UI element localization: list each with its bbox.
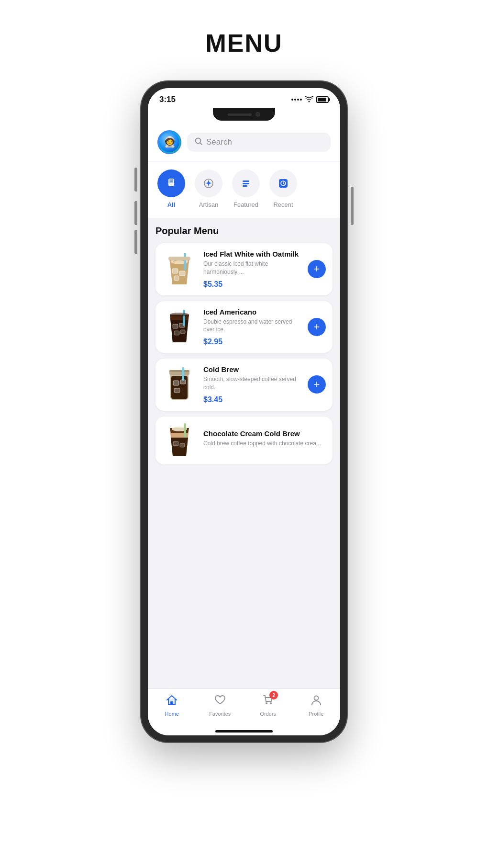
svg-rect-27 [183, 310, 185, 326]
add-button-1[interactable]: + [308, 260, 326, 278]
section-title-popular: Popular Menu [155, 225, 333, 237]
svg-point-47 [270, 702, 272, 704]
svg-rect-3 [169, 180, 173, 180]
notch [213, 108, 275, 121]
orders-badge: 2 [269, 691, 278, 699]
svg-rect-32 [169, 370, 189, 372]
menu-price-1: $5.35 [203, 280, 301, 289]
menu-img-cold-brew [162, 367, 197, 402]
nav-orders[interactable]: 2 Orders [254, 694, 282, 717]
notch-speaker [228, 113, 252, 116]
category-all[interactable]: All [157, 169, 185, 208]
menu-price-3: $3.45 [203, 395, 301, 404]
avatar-image: 🧑‍🚀 [159, 132, 179, 152]
svg-rect-7 [243, 183, 249, 184]
category-tabs: All Artisan [148, 162, 340, 218]
category-featured[interactable]: Featured [232, 169, 260, 208]
nav-favorites[interactable]: Favorites [206, 694, 234, 717]
menu-desc-4: Cold brew coffee topped with chocolate c… [203, 440, 326, 448]
search-placeholder-text: Search [206, 137, 232, 147]
svg-rect-30 [171, 376, 188, 399]
battery-icon [316, 96, 329, 103]
menu-img-americano [162, 310, 197, 344]
search-bar[interactable]: Search [187, 133, 331, 152]
nav-profile-label: Profile [309, 711, 323, 717]
bottom-nav: Home Favorites [148, 688, 340, 726]
menu-name-4: Chocolate Cream Cold Brew [203, 429, 326, 438]
svg-rect-17 [174, 276, 179, 281]
svg-rect-25 [174, 331, 179, 335]
phone-screen: 3:15 [148, 88, 340, 735]
home-icon [166, 694, 178, 709]
svg-rect-33 [173, 381, 179, 385]
svg-rect-18 [184, 253, 186, 270]
category-recent-icon [269, 169, 297, 197]
favorites-icon [214, 694, 226, 709]
svg-rect-15 [172, 269, 178, 273]
notch-camera [255, 112, 260, 117]
add-button-2[interactable]: + [308, 318, 326, 336]
nav-favorites-label: Favorites [209, 711, 231, 717]
menu-price-2: $2.95 [203, 338, 301, 346]
category-artisan[interactable]: Artisan [195, 169, 222, 208]
svg-point-46 [266, 702, 267, 704]
svg-rect-42 [173, 441, 178, 446]
menu-img-iced-flat [162, 252, 197, 286]
svg-rect-4 [169, 181, 173, 182]
menu-item-3[interactable]: Cold Brew Smooth, slow-steeped coffee se… [155, 359, 333, 411]
status-time: 3:15 [159, 95, 176, 104]
home-indicator [148, 726, 340, 735]
menu-item-4[interactable]: Chocolate Cream Cold Brew Cold brew coff… [155, 417, 333, 464]
menu-info-4: Chocolate Cream Cold Brew Cold brew coff… [203, 429, 326, 451]
svg-rect-19 [168, 257, 190, 260]
category-all-icon [157, 169, 185, 197]
svg-line-1 [200, 143, 202, 145]
svg-rect-16 [179, 271, 185, 276]
nav-home-label: Home [165, 711, 179, 717]
menu-name-3: Cold Brew [203, 365, 301, 373]
app-content: 🧑‍🚀 Search [148, 124, 340, 735]
menu-item-1[interactable]: Iced Flat White with Oatmilk Our classic… [155, 243, 333, 295]
menu-desc-2: Double espresso and water served over ic… [203, 318, 301, 334]
home-bar [215, 730, 273, 733]
svg-point-48 [314, 696, 318, 700]
menu-name-2: Iced Americano [203, 308, 301, 316]
menu-name-1: Iced Flat White with Oatmilk [203, 250, 301, 258]
menu-section: Popular Menu [148, 218, 340, 688]
menu-item-2[interactable]: Iced Americano Double espresso and water… [155, 301, 333, 353]
app-header: 🧑‍🚀 Search [148, 124, 340, 161]
wifi-icon [305, 96, 313, 104]
category-featured-icon [232, 169, 260, 197]
category-featured-label: Featured [233, 201, 258, 208]
svg-rect-36 [182, 367, 184, 381]
svg-rect-45 [170, 701, 173, 704]
category-all-label: All [167, 201, 176, 208]
nav-orders-label: Orders [260, 711, 276, 717]
menu-desc-3: Smooth, slow-steeped coffee served cold. [203, 375, 301, 392]
svg-marker-38 [171, 438, 188, 456]
menu-info-1: Iced Flat White with Oatmilk Our classic… [203, 250, 301, 289]
avatar[interactable]: 🧑‍🚀 [157, 130, 181, 154]
status-bar: 3:15 [148, 88, 340, 108]
menu-desc-1: Our classic iced flat white harmoniously… [203, 260, 301, 276]
menu-img-choc [162, 423, 197, 458]
svg-rect-26 [180, 330, 185, 334]
nav-profile[interactable]: Profile [302, 694, 331, 717]
phone-frame: 3:15 [141, 81, 347, 742]
category-recent[interactable]: Recent [269, 169, 297, 208]
category-artisan-icon [195, 169, 222, 197]
status-icons [291, 96, 329, 104]
signal-dots-icon [291, 99, 302, 101]
add-button-3[interactable]: + [308, 375, 326, 394]
category-recent-label: Recent [273, 201, 293, 208]
search-icon [195, 137, 202, 147]
svg-rect-8 [243, 185, 247, 187]
page-title: MENU [205, 29, 282, 57]
notch-area [148, 108, 340, 124]
svg-point-28 [170, 313, 189, 316]
nav-home[interactable]: Home [157, 694, 186, 717]
svg-rect-6 [243, 180, 249, 182]
profile-icon [310, 694, 322, 709]
menu-info-2: Iced Americano Double espresso and water… [203, 308, 301, 347]
menu-info-3: Cold Brew Smooth, slow-steeped coffee se… [203, 365, 301, 404]
